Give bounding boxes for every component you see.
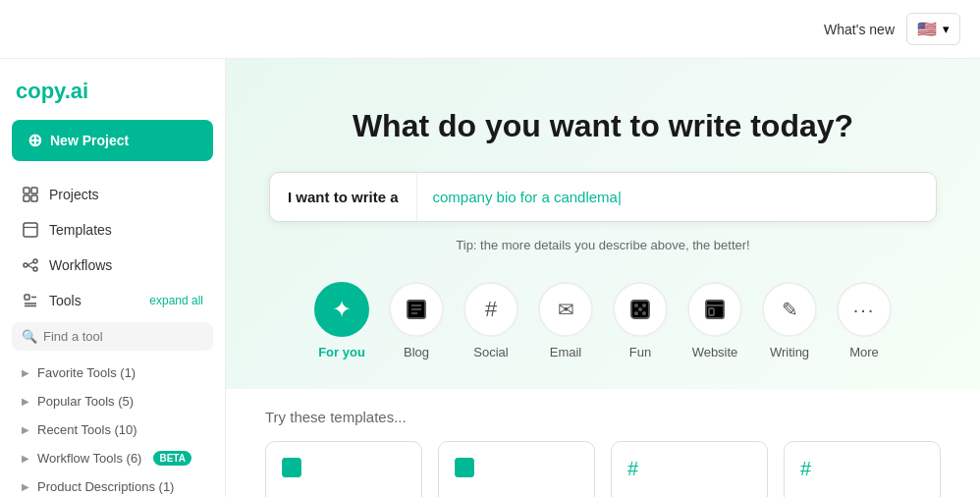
- svg-rect-4: [24, 223, 37, 237]
- tools-expand-button[interactable]: expand all: [149, 294, 203, 307]
- sidebar-item-templates[interactable]: Templates: [6, 212, 219, 248]
- template-card-2-icon: [455, 458, 474, 482]
- templates-icon: [22, 221, 39, 239]
- app-layout: copy.ai ⊕ New Project Projects Templates…: [0, 59, 980, 497]
- whats-new-link[interactable]: What's new: [824, 22, 895, 37]
- flag-icon: 🇺🇸: [917, 20, 937, 38]
- tools-group-product[interactable]: ▶ Product Descriptions (1): [6, 472, 219, 497]
- tab-writing[interactable]: ✎ Writing: [760, 282, 819, 359]
- chevron-right-icon: ▶: [22, 453, 29, 464]
- tab-writing-label: Writing: [770, 345, 809, 359]
- svg-point-22: [635, 312, 637, 314]
- website-icon: [687, 282, 742, 337]
- tools-group-popular-label: Popular Tools (5): [37, 394, 134, 409]
- tab-more-label: More: [849, 345, 879, 359]
- sidebar: copy.ai ⊕ New Project Projects Templates…: [0, 59, 226, 497]
- templates-section-title: Try these templates...: [265, 409, 941, 425]
- svg-line-9: [27, 262, 33, 265]
- search-prefix-label: I want to write a: [270, 173, 417, 221]
- tab-blog[interactable]: Blog: [387, 282, 446, 359]
- tools-group-recent[interactable]: ▶ Recent Tools (10): [6, 415, 219, 444]
- workflows-label: Workflows: [49, 257, 112, 273]
- svg-rect-27: [709, 308, 714, 315]
- tools-group-favorite[interactable]: ▶ Favorite Tools (1): [6, 359, 219, 387]
- lang-arrow-icon: ▾: [943, 22, 950, 36]
- email-icon: ✉: [538, 282, 593, 337]
- tab-social[interactable]: # Social: [462, 282, 520, 359]
- svg-point-21: [643, 304, 645, 306]
- svg-point-7: [33, 259, 37, 263]
- blog-icon: [389, 282, 444, 337]
- write-input[interactable]: [417, 173, 936, 221]
- projects-label: Projects: [49, 187, 99, 202]
- language-selector[interactable]: 🇺🇸 ▾: [906, 13, 960, 45]
- svg-rect-1: [31, 188, 37, 193]
- tab-fun[interactable]: Fun: [611, 282, 670, 359]
- tool-search-box[interactable]: 🔍: [12, 322, 213, 351]
- svg-point-8: [33, 267, 37, 271]
- new-project-button[interactable]: ⊕ New Project: [12, 120, 213, 161]
- chevron-right-icon: ▶: [22, 424, 29, 435]
- workflow-icon: [22, 256, 39, 274]
- tools-groups: ▶ Favorite Tools (1) ▶ Popular Tools (5)…: [6, 359, 219, 497]
- grid-icon: [22, 186, 39, 203]
- tab-fun-label: Fun: [629, 345, 651, 359]
- tab-blog-label: Blog: [404, 345, 429, 359]
- tab-more[interactable]: ··· More: [835, 282, 894, 359]
- tip-text: Tip: the more details you describe above…: [265, 238, 941, 252]
- chevron-right-icon: ▶: [22, 481, 29, 492]
- sidebar-item-projects[interactable]: Projects: [6, 177, 219, 212]
- more-icon: ···: [837, 282, 892, 337]
- fun-icon: [613, 282, 668, 337]
- tab-for-you-label: For you: [318, 345, 365, 359]
- sidebar-item-workflows[interactable]: Workflows: [6, 248, 219, 283]
- logo-text: copy.ai: [16, 79, 88, 103]
- templates-grid: # #: [265, 441, 941, 497]
- svg-line-10: [27, 265, 33, 268]
- tools-group-workflow[interactable]: ▶ Workflow Tools (6) BETA: [6, 444, 219, 472]
- tab-email[interactable]: ✉ Email: [536, 282, 595, 359]
- svg-rect-2: [24, 195, 29, 201]
- tools-group-recent-label: Recent Tools (10): [37, 422, 137, 437]
- tools-group-product-label: Product Descriptions (1): [37, 479, 174, 494]
- writing-icon: ✎: [762, 282, 817, 337]
- svg-rect-11: [25, 295, 29, 300]
- template-card-1[interactable]: [265, 441, 422, 497]
- tool-search-input[interactable]: [43, 329, 203, 344]
- svg-rect-3: [31, 195, 37, 201]
- svg-rect-0: [24, 188, 29, 193]
- hero-section: What do you want to write today? I want …: [226, 59, 980, 389]
- tools-group-workflow-label: Workflow Tools (6): [37, 451, 141, 466]
- tab-email-label: Email: [550, 345, 582, 359]
- template-card-3[interactable]: #: [611, 441, 768, 497]
- svg-rect-31: [456, 459, 473, 476]
- tab-website[interactable]: Website: [685, 282, 744, 359]
- svg-point-23: [643, 312, 645, 314]
- for-you-icon: ✦: [314, 282, 369, 337]
- main-content: What do you want to write today? I want …: [226, 59, 980, 497]
- tools-header: Tools expand all: [6, 283, 219, 318]
- template-card-2[interactable]: [438, 441, 595, 497]
- search-icon: 🔍: [22, 329, 37, 344]
- write-search-bar[interactable]: I want to write a: [269, 172, 937, 222]
- tools-group-favorite-label: Favorite Tools (1): [37, 365, 136, 380]
- social-icon: #: [463, 282, 518, 337]
- tools-group-popular[interactable]: ▶ Popular Tools (5): [6, 387, 219, 415]
- template-card-3-icon: #: [627, 458, 638, 480]
- tools-icon: [22, 292, 39, 309]
- hero-title: What do you want to write today?: [265, 108, 941, 144]
- svg-point-6: [24, 263, 27, 267]
- logo: copy.ai: [0, 71, 225, 120]
- template-card-4[interactable]: #: [784, 441, 941, 497]
- templates-section: Try these templates... # #: [226, 389, 980, 497]
- template-card-4-icon: #: [800, 458, 811, 480]
- template-card-1-icon: [282, 458, 301, 482]
- beta-badge: BETA: [153, 451, 191, 466]
- templates-label: Templates: [49, 222, 112, 238]
- chevron-right-icon: ▶: [22, 396, 29, 407]
- plus-circle-icon: ⊕: [27, 130, 42, 151]
- svg-rect-28: [283, 459, 300, 476]
- tab-for-you[interactable]: ✦ For you: [312, 282, 371, 359]
- svg-point-20: [635, 304, 637, 306]
- svg-point-24: [639, 308, 641, 310]
